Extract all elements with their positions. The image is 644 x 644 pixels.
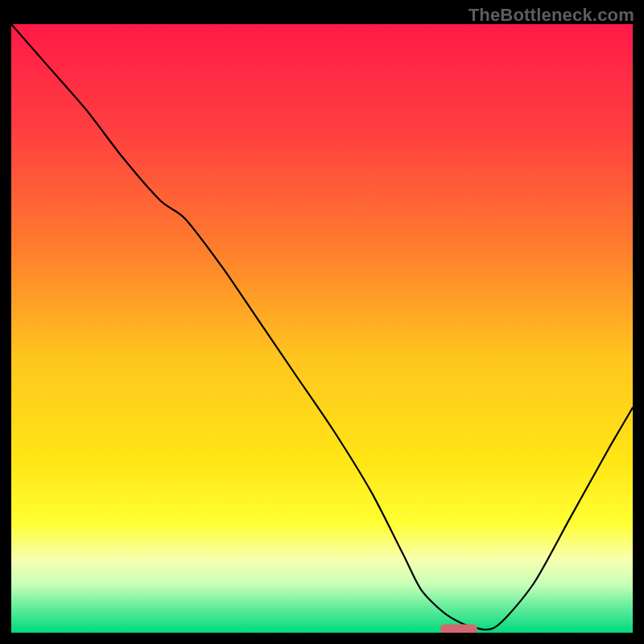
watermark-text: TheBottleneck.com: [469, 5, 634, 26]
gradient-background: [11, 24, 633, 633]
chart-svg: [11, 24, 633, 633]
chart-frame: TheBottleneck.com: [0, 0, 644, 644]
plot-inner: [11, 24, 633, 633]
optimal-marker: [440, 624, 477, 633]
plot-area: [11, 24, 633, 633]
